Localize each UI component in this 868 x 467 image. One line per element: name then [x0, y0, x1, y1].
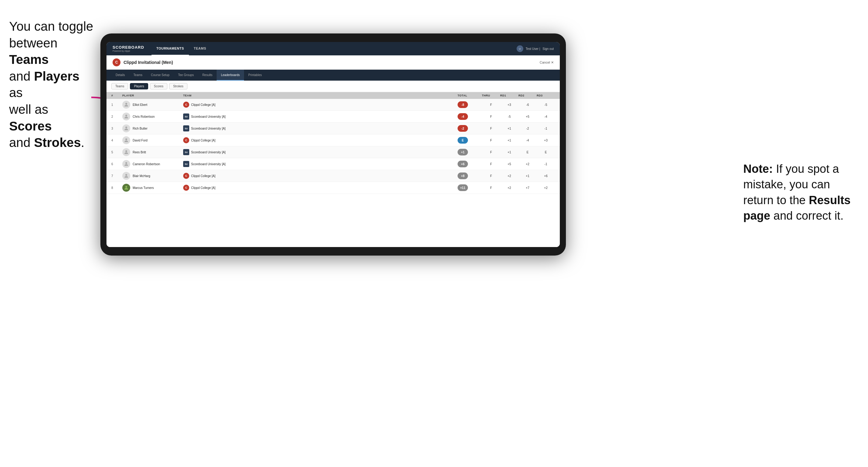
table-row: 2 Chris Robertson SU Scoreboard Universi… [106, 111, 560, 123]
svg-point-2 [125, 115, 127, 117]
team-logo-1: C [183, 102, 189, 108]
player-cell-6: Cameron Robertson [122, 160, 183, 168]
rd2-2: +5 [519, 115, 537, 118]
col-rd3: RD3 [537, 94, 555, 97]
thru-4: F [482, 139, 500, 142]
team-logo-2: SU [183, 114, 189, 120]
team-cell-3: SU Scoreboard University [A] [183, 125, 458, 131]
tab-teams[interactable]: Teams [129, 70, 147, 81]
player-cell-4: David Ford [122, 136, 183, 144]
team-logo-3: SU [183, 125, 189, 131]
svg-point-6 [125, 162, 127, 164]
nav-links: TOURNAMENTS TEAMS [152, 42, 517, 55]
nav-teams[interactable]: TEAMS [189, 42, 211, 55]
team-logo-5: SU [183, 149, 189, 155]
player-cell-2: Chris Robertson [122, 113, 183, 121]
tab-printables[interactable]: Printables [244, 70, 266, 81]
team-cell-5: SU Scoreboard University [A] [183, 149, 458, 155]
total-score-2: -4 [458, 113, 468, 120]
tournament-logo: C [113, 58, 121, 66]
team-cell-2: SU Scoreboard University [A] [183, 114, 458, 120]
player-cell-3: Rich Butler [122, 124, 183, 132]
note-label-bold: Note: [743, 162, 773, 175]
col-team: TEAM [183, 94, 458, 97]
team-logo-6: SU [183, 161, 189, 167]
rd3-3: -1 [537, 127, 555, 130]
rd1-7: +2 [500, 174, 519, 178]
user-avatar: U [517, 45, 523, 52]
rank-4: 4 [111, 139, 122, 142]
col-rank: # [111, 94, 122, 97]
avatar-5 [122, 148, 130, 156]
tournament-name: Clippd Invitational (Men) [124, 60, 173, 65]
player-cell-1: Elliot Ebert [122, 101, 183, 108]
rank-3: 3 [111, 127, 122, 130]
svg-point-1 [125, 103, 127, 105]
player-name-1: Elliot Ebert [133, 103, 147, 106]
annotation-scores-bold: Scores [9, 119, 52, 133]
team-logo-4: C [183, 137, 189, 143]
team-cell-8: C Clippd College [A] [183, 185, 458, 191]
rd2-1: -6 [519, 103, 537, 106]
tab-leaderboards[interactable]: Leaderboards [217, 70, 244, 81]
team-name-2: Scoreboard University [A] [191, 115, 225, 118]
table-row: 8 Marcus Turners C Clippd College [A] +1… [106, 182, 560, 194]
col-thru: THRU [482, 94, 500, 97]
rank-8: 8 [111, 186, 122, 190]
rd2-8: +7 [519, 186, 537, 190]
rd3-7: +6 [537, 174, 555, 178]
leaderboard-table: # PLAYER TEAM TOTAL THRU RD1 RD2 RD3 1 E… [106, 92, 560, 247]
rd2-6: +2 [519, 162, 537, 166]
annotation-strokes-bold: Strokes [34, 135, 81, 150]
rank-1: 1 [111, 103, 122, 106]
team-name-8: Clippd College [A] [191, 186, 215, 190]
sub-tab-players[interactable]: Players [130, 83, 148, 89]
logo-title: SCOREBOARD [113, 45, 144, 49]
rd1-2: -5 [500, 115, 519, 118]
thru-8: F [482, 186, 500, 190]
team-name-6: Scoreboard University [A] [191, 162, 225, 166]
rank-5: 5 [111, 151, 122, 154]
rd1-5: +1 [500, 151, 519, 154]
logo-subtitle: Powered by clippd [113, 50, 144, 52]
table-row: 4 David Ford C Clippd College [A] E F +1… [106, 134, 560, 146]
sign-out-link[interactable]: Sign out [542, 47, 554, 51]
team-name-5: Scoreboard University [A] [191, 151, 225, 154]
col-total: TOTAL [458, 94, 482, 97]
svg-point-3 [125, 127, 127, 128]
col-player: PLAYER [122, 94, 183, 97]
sub-tab-teams[interactable]: Teams [111, 83, 128, 89]
avatar-4 [122, 136, 130, 144]
sub-tab-scores[interactable]: Scores [150, 83, 167, 89]
rank-6: 6 [111, 162, 122, 166]
cancel-button[interactable]: Cancel ✕ [540, 61, 554, 64]
svg-point-8 [125, 186, 127, 188]
table-row: 5 Rees Britt SU Scoreboard University [A… [106, 146, 560, 158]
table-row: 7 Blair McHarg C Clippd College [A] +8 F… [106, 170, 560, 182]
sub-tab-strokes[interactable]: Strokes [169, 83, 187, 89]
total-score-1: -8 [458, 101, 468, 108]
tournament-header: C Clippd Invitational (Men) Cancel ✕ [106, 55, 560, 70]
player-name-5: Rees Britt [133, 151, 146, 154]
tab-results[interactable]: Results [198, 70, 217, 81]
table-row: 3 Rich Butler SU Scoreboard University [… [106, 123, 560, 134]
player-cell-5: Rees Britt [122, 148, 183, 156]
note-end: and correct it. [770, 209, 844, 222]
tablet-device: SCOREBOARD Powered by clippd TOURNAMENTS… [100, 33, 566, 255]
right-annotation: Note: If you spot a mistake, you can ret… [743, 161, 859, 224]
rd3-6: -1 [537, 162, 555, 166]
tab-tee-groups[interactable]: Tee Groups [174, 70, 198, 81]
total-score-6: +6 [458, 161, 468, 167]
tab-course-setup[interactable]: Course Setup [147, 70, 174, 81]
team-cell-6: SU Scoreboard University [A] [183, 161, 458, 167]
team-logo-8: C [183, 185, 189, 191]
nav-tournaments[interactable]: TOURNAMENTS [152, 42, 189, 55]
thru-6: F [482, 162, 500, 166]
svg-point-4 [125, 138, 127, 140]
avatar-3 [122, 124, 130, 132]
tab-details[interactable]: Details [111, 70, 129, 81]
tablet-screen: SCOREBOARD Powered by clippd TOURNAMENTS… [106, 42, 560, 247]
rd1-6: +5 [500, 162, 519, 166]
player-name-3: Rich Butler [133, 127, 148, 130]
avatar-2 [122, 113, 130, 121]
